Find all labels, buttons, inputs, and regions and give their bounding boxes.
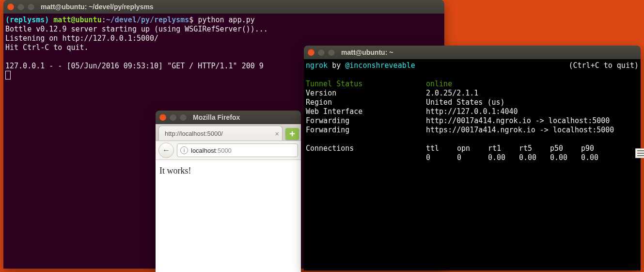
- status-label: Tunnel Status: [306, 80, 426, 89]
- conn-v: 0.00: [550, 153, 581, 162]
- ngrok-app-label: ngrok: [306, 61, 328, 70]
- conn-h: p50: [550, 144, 581, 153]
- conn-v: 0.00: [519, 153, 550, 162]
- tab-close-icon[interactable]: ×: [275, 129, 279, 138]
- close-icon[interactable]: [159, 114, 166, 121]
- conn-h: rt1: [488, 144, 519, 153]
- output-line: Bottle v0.12.9 server starting up (using…: [5, 25, 268, 33]
- ngrok-author: @inconshreveable: [345, 61, 415, 70]
- venv-label: (replysms): [5, 16, 53, 24]
- conn-v: 0: [426, 153, 457, 162]
- terminal-ngrok-window[interactable]: matt@ubuntu: ~ ngrok by @inconshreveable…: [304, 46, 641, 271]
- firefox-window[interactable]: Mozilla Firefox http://localhost:5000/ ×…: [156, 111, 301, 272]
- minimize-icon[interactable]: [170, 114, 176, 121]
- browser-chrome: http://localhost:5000/ × + ← i localhost…: [156, 124, 301, 160]
- row-label: Web Interface: [306, 107, 426, 116]
- row-label: Version: [306, 89, 426, 98]
- row-value: United States (us): [426, 98, 505, 107]
- conn-h: rt5: [519, 144, 550, 153]
- url-port: :5000: [216, 147, 232, 154]
- conn-h: opn: [457, 144, 488, 153]
- plus-icon: +: [289, 128, 295, 140]
- terminal-output[interactable]: ngrok by @inconshreveable(Ctrl+C to quit…: [304, 59, 641, 271]
- tab-label: http://localhost:5000/: [165, 130, 223, 137]
- cursor-icon: [5, 71, 11, 80]
- window-title: matt@ubuntu: ~/devel/py/replysms: [41, 3, 154, 11]
- connections-label: Connections: [306, 144, 426, 153]
- prompt-path: ~/devel/py/replysms: [106, 16, 189, 24]
- row-label: Forwarding: [306, 116, 426, 126]
- conn-v: 0: [457, 153, 488, 162]
- close-icon[interactable]: [308, 49, 314, 56]
- hamburger-icon[interactable]: [635, 148, 644, 158]
- url-host: localhost: [191, 147, 216, 154]
- ngrok-quit-hint: (Ctrl+C to quit): [569, 61, 639, 70]
- prompt-userhost: matt@ubuntu: [53, 16, 101, 24]
- page-text: It works!: [159, 166, 191, 176]
- row-value: http://127.0.0.1:4040: [426, 107, 518, 116]
- conn-h: p90: [581, 144, 594, 153]
- close-icon[interactable]: [7, 3, 14, 10]
- status-value: online: [426, 80, 452, 88]
- ngrok-by: by: [328, 61, 345, 70]
- page-content: It works!: [156, 160, 301, 272]
- url-bar[interactable]: i localhost:5000: [177, 144, 298, 157]
- command-text: python app.py: [198, 16, 254, 24]
- maximize-icon[interactable]: [328, 49, 335, 56]
- new-tab-button[interactable]: +: [285, 128, 299, 140]
- conn-v: 0.00: [581, 153, 598, 162]
- maximize-icon[interactable]: [180, 114, 187, 121]
- back-button[interactable]: ←: [158, 143, 174, 158]
- nav-bar: ← i localhost:5000: [156, 141, 301, 160]
- maximize-icon[interactable]: [28, 3, 34, 10]
- minimize-icon[interactable]: [318, 49, 325, 56]
- row-value: 2.0.25/2.1.1: [426, 89, 478, 97]
- row-label: Forwarding: [306, 126, 426, 135]
- prompt-dollar: $: [189, 16, 198, 24]
- conn-h: ttl: [426, 144, 457, 153]
- tab-bar: http://localhost:5000/ × +: [156, 124, 301, 141]
- prompt-sep: :: [102, 16, 106, 24]
- titlebar[interactable]: matt@ubuntu: ~: [304, 46, 641, 59]
- conn-v: 0.00: [488, 153, 519, 162]
- titlebar[interactable]: Mozilla Firefox: [156, 111, 301, 124]
- output-line: Hit Ctrl-C to quit.: [5, 43, 89, 52]
- titlebar[interactable]: matt@ubuntu: ~/devel/py/replysms: [3, 0, 444, 14]
- row-value: https://0017a414.ngrok.io -> localhost:5…: [426, 126, 614, 134]
- arrow-left-icon: ←: [162, 146, 170, 155]
- row-value: http://0017a414.ngrok.io -> localhost:50…: [426, 116, 610, 125]
- window-title: Mozilla Firefox: [193, 113, 240, 121]
- window-title: matt@ubuntu: ~: [341, 48, 393, 56]
- output-line: Listening on http://127.0.0.1:5000/: [5, 34, 158, 43]
- output-line: 127.0.0.1 - - [05/Jun/2016 09:53:10] "GE…: [5, 62, 264, 70]
- row-label: Region: [306, 98, 426, 107]
- minimize-icon[interactable]: [17, 3, 24, 10]
- info-icon[interactable]: i: [180, 146, 188, 154]
- browser-tab[interactable]: http://localhost:5000/ ×: [158, 126, 283, 141]
